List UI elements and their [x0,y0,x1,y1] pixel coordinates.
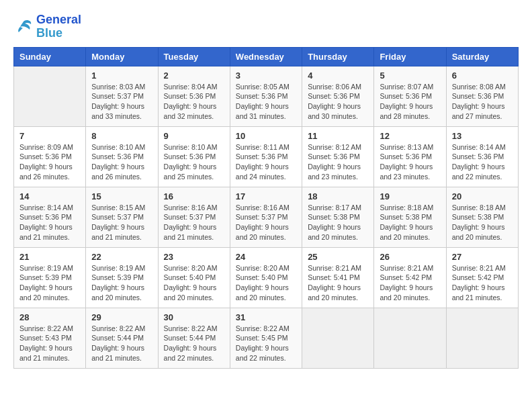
day-number: 2 [164,71,224,81]
day-info: Sunrise: 8:20 AMSunset: 5:40 PMDaylight:… [236,263,296,303]
day-info: Sunrise: 8:19 AMSunset: 5:39 PMDaylight:… [91,263,152,303]
day-number: 7 [19,131,80,141]
day-info: Sunrise: 8:14 AMSunset: 5:36 PMDaylight:… [19,203,80,242]
day-number: 15 [91,191,152,201]
day-number: 3 [236,71,296,81]
day-number: 1 [91,71,152,81]
calendar-cell: 13Sunrise: 8:14 AMSunset: 5:36 PMDayligh… [446,126,518,187]
calendar-cell: 26Sunrise: 8:21 AMSunset: 5:42 PMDayligh… [374,247,446,308]
day-info: Sunrise: 8:17 AMSunset: 5:38 PMDaylight:… [308,203,368,242]
calendar-cell: 5Sunrise: 8:07 AMSunset: 5:36 PMDaylight… [374,66,446,126]
day-info: Sunrise: 8:09 AMSunset: 5:36 PMDaylight:… [19,142,80,182]
day-info: Sunrise: 8:10 AMSunset: 5:36 PMDaylight:… [91,142,152,182]
calendar-cell: 21Sunrise: 8:19 AMSunset: 5:39 PMDayligh… [14,247,86,308]
day-number: 23 [164,252,224,262]
calendar-cell: 8Sunrise: 8:10 AMSunset: 5:36 PMDaylight… [86,126,158,187]
day-info: Sunrise: 8:18 AMSunset: 5:38 PMDaylight:… [380,203,440,242]
day-number: 10 [236,131,296,141]
calendar-cell [302,308,374,368]
day-number: 17 [236,191,296,201]
day-info: Sunrise: 8:22 AMSunset: 5:43 PMDaylight:… [19,324,80,363]
calendar-cell: 11Sunrise: 8:12 AMSunset: 5:36 PMDayligh… [302,126,374,187]
day-number: 21 [19,252,80,262]
calendar-cell: 6Sunrise: 8:08 AMSunset: 5:36 PMDaylight… [446,66,518,126]
day-number: 28 [19,312,80,322]
weekday-header-row: SundayMondayTuesdayWednesdayThursdayFrid… [14,47,519,66]
day-number: 12 [380,131,440,141]
day-number: 29 [91,312,152,322]
day-info: Sunrise: 8:05 AMSunset: 5:36 PMDaylight:… [236,82,296,122]
day-info: Sunrise: 8:11 AMSunset: 5:36 PMDaylight:… [236,142,296,182]
calendar-cell: 14Sunrise: 8:14 AMSunset: 5:36 PMDayligh… [14,187,86,247]
weekday-header-friday: Friday [374,47,446,66]
weekday-header-tuesday: Tuesday [158,47,230,66]
calendar-cell: 1Sunrise: 8:03 AMSunset: 5:37 PMDaylight… [86,66,158,126]
calendar-cell: 27Sunrise: 8:21 AMSunset: 5:42 PMDayligh… [446,247,518,308]
calendar-week-row: 21Sunrise: 8:19 AMSunset: 5:39 PMDayligh… [14,247,519,308]
logo-icon [13,19,34,35]
calendar-cell: 12Sunrise: 8:13 AMSunset: 5:36 PMDayligh… [374,126,446,187]
day-number: 20 [452,191,513,201]
day-info: Sunrise: 8:04 AMSunset: 5:36 PMDaylight:… [164,82,224,122]
day-number: 18 [308,191,368,201]
calendar-cell: 31Sunrise: 8:22 AMSunset: 5:45 PMDayligh… [230,308,302,368]
day-info: Sunrise: 8:03 AMSunset: 5:37 PMDaylight:… [91,82,152,122]
day-number: 5 [380,71,440,81]
day-info: Sunrise: 8:06 AMSunset: 5:36 PMDaylight:… [308,82,368,122]
day-number: 6 [452,71,513,81]
calendar-cell: 15Sunrise: 8:15 AMSunset: 5:37 PMDayligh… [86,187,158,247]
weekday-header-wednesday: Wednesday [230,47,302,66]
calendar-cell: 17Sunrise: 8:16 AMSunset: 5:37 PMDayligh… [230,187,302,247]
calendar-week-row: 28Sunrise: 8:22 AMSunset: 5:43 PMDayligh… [14,308,519,368]
day-info: Sunrise: 8:08 AMSunset: 5:36 PMDaylight:… [452,82,513,122]
day-number: 4 [308,71,368,81]
calendar-week-row: 1Sunrise: 8:03 AMSunset: 5:37 PMDaylight… [14,66,519,126]
calendar-cell: 3Sunrise: 8:05 AMSunset: 5:36 PMDaylight… [230,66,302,126]
day-info: Sunrise: 8:21 AMSunset: 5:42 PMDaylight:… [380,263,440,303]
day-number: 22 [91,252,152,262]
day-info: Sunrise: 8:18 AMSunset: 5:38 PMDaylight:… [452,203,513,242]
day-number: 30 [164,312,224,322]
page-header: GeneralBlue [13,13,519,40]
day-number: 9 [164,131,224,141]
calendar-cell [446,308,518,368]
calendar-cell: 4Sunrise: 8:06 AMSunset: 5:36 PMDaylight… [302,66,374,126]
calendar-cell: 20Sunrise: 8:18 AMSunset: 5:38 PMDayligh… [446,187,518,247]
day-number: 19 [380,191,440,201]
day-info: Sunrise: 8:12 AMSunset: 5:36 PMDaylight:… [308,142,368,182]
day-info: Sunrise: 8:19 AMSunset: 5:39 PMDaylight:… [19,263,80,303]
day-number: 31 [236,312,296,322]
day-info: Sunrise: 8:16 AMSunset: 5:37 PMDaylight:… [164,203,224,242]
day-number: 25 [308,252,368,262]
calendar-table: SundayMondayTuesdayWednesdayThursdayFrid… [13,47,519,369]
day-info: Sunrise: 8:20 AMSunset: 5:40 PMDaylight:… [164,263,224,303]
calendar-week-row: 14Sunrise: 8:14 AMSunset: 5:36 PMDayligh… [14,187,519,247]
weekday-header-thursday: Thursday [302,47,374,66]
calendar-cell: 25Sunrise: 8:21 AMSunset: 5:41 PMDayligh… [302,247,374,308]
day-number: 16 [164,191,224,201]
calendar-cell: 7Sunrise: 8:09 AMSunset: 5:36 PMDaylight… [14,126,86,187]
day-info: Sunrise: 8:21 AMSunset: 5:42 PMDaylight:… [452,263,513,303]
day-number: 27 [452,252,513,262]
day-number: 14 [19,191,80,201]
calendar-cell: 16Sunrise: 8:16 AMSunset: 5:37 PMDayligh… [158,187,230,247]
day-info: Sunrise: 8:16 AMSunset: 5:37 PMDaylight:… [236,203,296,242]
day-number: 26 [380,252,440,262]
calendar-cell: 30Sunrise: 8:22 AMSunset: 5:44 PMDayligh… [158,308,230,368]
calendar-cell: 10Sunrise: 8:11 AMSunset: 5:36 PMDayligh… [230,126,302,187]
weekday-header-monday: Monday [86,47,158,66]
calendar-cell: 28Sunrise: 8:22 AMSunset: 5:43 PMDayligh… [14,308,86,368]
day-number: 11 [308,131,368,141]
calendar-cell: 23Sunrise: 8:20 AMSunset: 5:40 PMDayligh… [158,247,230,308]
day-info: Sunrise: 8:14 AMSunset: 5:36 PMDaylight:… [452,142,513,182]
calendar-cell: 18Sunrise: 8:17 AMSunset: 5:38 PMDayligh… [302,187,374,247]
calendar-cell: 22Sunrise: 8:19 AMSunset: 5:39 PMDayligh… [86,247,158,308]
day-number: 8 [91,131,152,141]
day-info: Sunrise: 8:07 AMSunset: 5:36 PMDaylight:… [380,82,440,122]
logo-text: GeneralBlue [36,13,81,40]
day-info: Sunrise: 8:15 AMSunset: 5:37 PMDaylight:… [91,203,152,242]
logo: GeneralBlue [13,13,81,40]
day-info: Sunrise: 8:22 AMSunset: 5:45 PMDaylight:… [236,324,296,363]
calendar-cell: 9Sunrise: 8:10 AMSunset: 5:36 PMDaylight… [158,126,230,187]
day-info: Sunrise: 8:13 AMSunset: 5:36 PMDaylight:… [380,142,440,182]
